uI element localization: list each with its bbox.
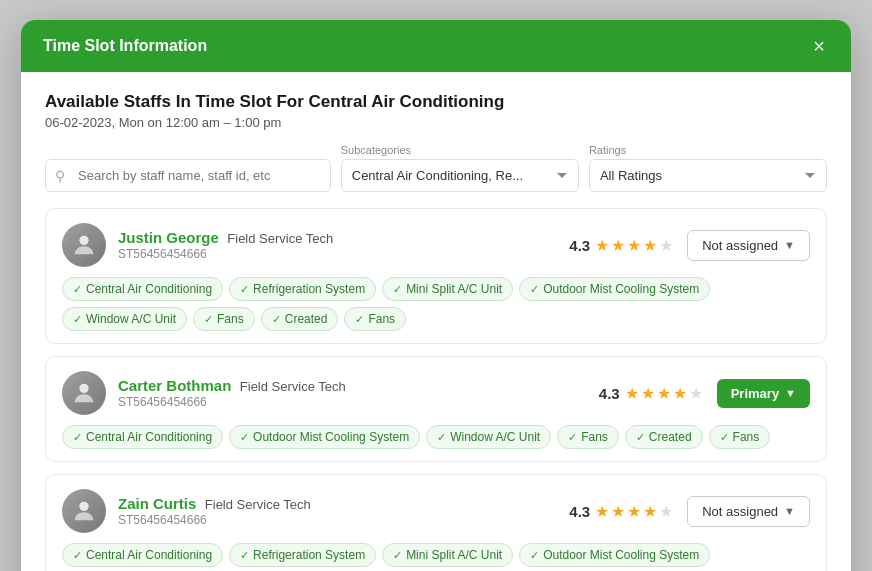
tag-label: Window A/C Unit — [86, 312, 176, 326]
rating-block: 4.3 ★★★★★ — [569, 236, 673, 255]
tag-label: Fans — [733, 430, 760, 444]
close-button[interactable]: × — [809, 36, 829, 56]
tag-label: Fans — [217, 312, 244, 326]
tag-label: Refrigeration System — [253, 548, 365, 562]
assign-label: Not assigned — [702, 238, 778, 253]
staff-top-row: Zain Curtis Field Service Tech ST5645645… — [62, 489, 810, 533]
chevron-down-icon: ▼ — [784, 505, 795, 517]
staff-id: ST56456454666 — [118, 247, 333, 261]
tag: ✓ Fans — [557, 425, 619, 449]
tag: ✓ Fans — [709, 425, 771, 449]
star-full: ★ — [627, 236, 641, 255]
subcategories-filter: Subcategories Central Air Conditioning, … — [341, 144, 579, 192]
ratings-filter: Ratings All Ratings — [589, 144, 827, 192]
tag-label: Mini Split A/C Unit — [406, 282, 502, 296]
star-full: ★ — [627, 502, 641, 521]
staff-top-row: Justin George Field Service Tech ST56456… — [62, 223, 810, 267]
tag-label: Created — [285, 312, 328, 326]
tag-label: Outdoor Mist Cooling System — [253, 430, 409, 444]
staff-card: Justin George Field Service Tech ST56456… — [45, 208, 827, 344]
check-icon: ✓ — [240, 283, 249, 296]
stars: ★★★★★ — [625, 384, 703, 403]
check-icon: ✓ — [73, 313, 82, 326]
tags-row: ✓ Central Air Conditioning ✓ Refrigerati… — [62, 543, 810, 571]
star-full: ★ — [673, 384, 687, 403]
staff-right: 4.3 ★★★★★ Not assigned ▼ — [569, 230, 810, 261]
star-full: ★ — [643, 236, 657, 255]
ratings-label: Ratings — [589, 144, 827, 156]
star-full: ★ — [595, 236, 609, 255]
tag-label: Outdoor Mist Cooling System — [543, 548, 699, 562]
tag: ✓ Fans — [344, 307, 406, 331]
svg-point-0 — [79, 236, 88, 245]
check-icon: ✓ — [240, 549, 249, 562]
check-icon: ✓ — [73, 283, 82, 296]
staff-card: Carter Bothman Field Service Tech ST5645… — [45, 356, 827, 462]
search-icon: ⚲ — [55, 168, 65, 184]
star-full: ★ — [641, 384, 655, 403]
staff-id: ST56456454666 — [118, 395, 346, 409]
tag: ✓ Refrigeration System — [229, 543, 376, 567]
tags-row: ✓ Central Air Conditioning ✓ Outdoor Mis… — [62, 425, 810, 449]
staff-name: Zain Curtis — [118, 495, 196, 512]
staff-right: 4.3 ★★★★★ Not assigned ▼ — [569, 496, 810, 527]
ratings-select[interactable]: All Ratings — [589, 159, 827, 192]
rating-number: 4.3 — [569, 237, 590, 254]
star-empty: ★ — [689, 384, 703, 403]
tag-label: Fans — [581, 430, 608, 444]
check-icon: ✓ — [530, 549, 539, 562]
star-empty: ★ — [659, 502, 673, 521]
subcategories-select[interactable]: Central Air Conditioning, Re... — [341, 159, 579, 192]
assign-not-assigned-button[interactable]: Not assigned ▼ — [687, 230, 810, 261]
filters-row: ⚲ Subcategories Central Air Conditioning… — [45, 144, 827, 192]
avatar-placeholder — [62, 489, 106, 533]
staff-details: Zain Curtis Field Service Tech ST5645645… — [118, 495, 311, 527]
tag: ✓ Mini Split A/C Unit — [382, 543, 513, 567]
assign-not-assigned-button[interactable]: Not assigned ▼ — [687, 496, 810, 527]
tag-label: Central Air Conditioning — [86, 430, 212, 444]
search-input[interactable] — [45, 159, 331, 192]
tag-label: Central Air Conditioning — [86, 548, 212, 562]
tag: ✓ Outdoor Mist Cooling System — [519, 543, 710, 567]
staff-id: ST56456454666 — [118, 513, 311, 527]
staff-card: Zain Curtis Field Service Tech ST5645645… — [45, 474, 827, 571]
check-icon: ✓ — [437, 431, 446, 444]
tag: ✓ Window A/C Unit — [426, 425, 551, 449]
avatar — [62, 223, 106, 267]
rating-block: 4.3 ★★★★★ — [599, 384, 703, 403]
stars: ★★★★★ — [595, 502, 673, 521]
tag-label: Refrigeration System — [253, 282, 365, 296]
modal-title: Time Slot Information — [43, 37, 207, 55]
tag: ✓ Outdoor Mist Cooling System — [519, 277, 710, 301]
time-info: 06-02-2023, Mon on 12:00 am – 1:00 pm — [45, 115, 827, 130]
check-icon: ✓ — [73, 431, 82, 444]
svg-point-2 — [79, 502, 88, 511]
chevron-down-icon: ▼ — [785, 387, 796, 399]
modal-body: Available Staffs In Time Slot For Centra… — [21, 72, 851, 571]
tag: ✓ Central Air Conditioning — [62, 425, 223, 449]
check-icon: ✓ — [272, 313, 281, 326]
tag-label: Outdoor Mist Cooling System — [543, 282, 699, 296]
check-icon: ✓ — [636, 431, 645, 444]
stars: ★★★★★ — [595, 236, 673, 255]
staff-role: Field Service Tech — [227, 231, 333, 246]
tags-row: ✓ Central Air Conditioning ✓ Refrigerati… — [62, 277, 810, 331]
assign-label: Primary — [731, 386, 779, 401]
svg-point-1 — [79, 384, 88, 393]
assign-primary-button[interactable]: Primary ▼ — [717, 379, 810, 408]
check-icon: ✓ — [393, 549, 402, 562]
staff-name: Justin George — [118, 229, 219, 246]
subcategories-label: Subcategories — [341, 144, 579, 156]
star-full: ★ — [657, 384, 671, 403]
tag: ✓ Outdoor Mist Cooling System — [229, 425, 420, 449]
staff-role: Field Service Tech — [205, 497, 311, 512]
staff-info: Justin George Field Service Tech ST56456… — [62, 223, 333, 267]
staff-right: 4.3 ★★★★★ Primary ▼ — [599, 379, 810, 408]
avatar-placeholder — [62, 371, 106, 415]
modal-header: Time Slot Information × — [21, 20, 851, 72]
tag-label: Fans — [368, 312, 395, 326]
staff-info: Zain Curtis Field Service Tech ST5645645… — [62, 489, 311, 533]
avatar-placeholder — [62, 223, 106, 267]
star-full: ★ — [625, 384, 639, 403]
tag-label: Window A/C Unit — [450, 430, 540, 444]
